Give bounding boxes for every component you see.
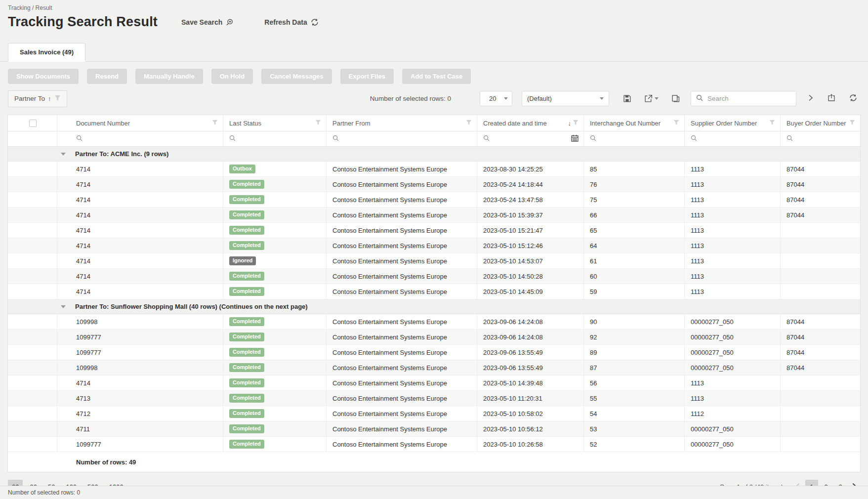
- filter-icon[interactable]: [315, 120, 321, 127]
- table-row[interactable]: 4714CompletedContoso Entertainment Syste…: [8, 192, 860, 208]
- column-filter-input-buyer[interactable]: [781, 131, 860, 146]
- tab-sales-invoice[interactable]: Sales Invoice (49): [8, 43, 85, 62]
- table-row[interactable]: 4714CompletedContoso Entertainment Syste…: [8, 375, 860, 391]
- column-header-status[interactable]: Last Status: [223, 115, 327, 131]
- floppy-disk-icon: [623, 94, 631, 103]
- table-row[interactable]: 4714CompletedContoso Entertainment Syste…: [8, 284, 860, 299]
- search-input[interactable]: [707, 95, 791, 102]
- status-badge: Completed: [229, 226, 264, 235]
- group-row[interactable]: Partner To: Sunflower Shopping Mall (40 …: [8, 299, 860, 314]
- filter-icon[interactable]: [769, 120, 775, 127]
- column-header-icons: [315, 120, 321, 127]
- filter-icon[interactable]: [849, 120, 855, 127]
- table-row[interactable]: 4713CompletedContoso Entertainment Syste…: [8, 391, 860, 406]
- caret-down-icon: [600, 97, 604, 100]
- table-row[interactable]: 1099777CompletedContoso Entertainment Sy…: [8, 437, 860, 452]
- refresh-data-button[interactable]: Refresh Data: [264, 18, 318, 26]
- cell-created: 2023-05-24 14:18:44: [477, 177, 584, 192]
- expand-panel-button[interactable]: [805, 92, 817, 105]
- table-row[interactable]: 1099777CompletedContoso Entertainment Sy…: [8, 330, 860, 345]
- cell-inter: 56: [584, 375, 685, 390]
- column-header-label: Created date and time: [483, 120, 547, 127]
- column-filter-input-inter[interactable]: [584, 131, 685, 146]
- cell-doc: 1099777: [57, 437, 223, 452]
- cell-inter: 52: [584, 437, 685, 452]
- cell-created: 2023-05-24 13:47:58: [477, 192, 584, 207]
- collapse-caret-icon[interactable]: [61, 153, 66, 156]
- column-header-inter[interactable]: Interchange Out Number: [584, 115, 685, 131]
- cell-inter: 87: [584, 360, 685, 375]
- save-view-button[interactable]: [621, 92, 633, 105]
- column-header-label: Buyer Order Number: [786, 120, 846, 127]
- cell-partner: Contoso Entertainment Systems Europe: [327, 192, 477, 207]
- table-row[interactable]: 4714CompletedContoso Entertainment Syste…: [8, 177, 860, 192]
- column-filter-input-created[interactable]: [477, 131, 584, 146]
- toolbar-button-cancel-messages[interactable]: Cancel Messages: [261, 69, 331, 84]
- footer-selected-rows: Number of selected rows: 0: [8, 489, 80, 496]
- toolbar-button-manually-handle[interactable]: Manually Handle: [135, 69, 203, 84]
- save-search-button[interactable]: Save Search: [181, 18, 234, 26]
- cell-status: Completed: [223, 223, 327, 238]
- toolbar-button-export-files[interactable]: Export Files: [340, 69, 394, 84]
- table-row[interactable]: 4712CompletedContoso Entertainment Syste…: [8, 406, 860, 421]
- cell-created: 2023-05-10 14:45:09: [477, 284, 584, 299]
- breadcrumb[interactable]: Tracking / Result: [0, 0, 868, 11]
- status-badge: Completed: [229, 394, 264, 403]
- column-header-supplier[interactable]: Supplier Order Number: [685, 115, 781, 131]
- table-row[interactable]: 4711CompletedContoso Entertainment Syste…: [8, 421, 860, 437]
- cell-created: 2023-08-30 14:25:25: [477, 162, 584, 176]
- layout-select[interactable]: (Default): [522, 91, 609, 106]
- cell-supplier: 1113: [685, 391, 781, 406]
- cell-partner: Contoso Entertainment Systems Europe: [327, 391, 477, 406]
- column-filter-input-supplier[interactable]: [685, 131, 781, 146]
- select-all-checkbox[interactable]: [29, 120, 37, 127]
- filter-icon[interactable]: [673, 120, 679, 127]
- refresh-grid-button[interactable]: [846, 91, 860, 106]
- filter-icon[interactable]: [573, 120, 579, 127]
- cell-buyer: [781, 223, 860, 238]
- table-row[interactable]: 4714CompletedContoso Entertainment Syste…: [8, 269, 860, 284]
- cell-doc: 4714: [57, 238, 223, 253]
- filter-icon: [54, 95, 61, 103]
- filter-icon[interactable]: [212, 120, 218, 127]
- toolbar-button-show-documents[interactable]: Show Documents: [8, 69, 79, 84]
- column-header-icons: [849, 120, 855, 127]
- column-header-partner[interactable]: Partner From: [327, 115, 477, 131]
- page-size-value: 20: [489, 95, 496, 102]
- toolbar-button-add-to-test-case[interactable]: Add to Test Case: [402, 69, 471, 84]
- column-filter-input-doc[interactable]: [57, 131, 223, 146]
- cell-supplier: 1113: [685, 162, 781, 176]
- table-row[interactable]: 4714CompletedContoso Entertainment Syste…: [8, 223, 860, 238]
- open-window-button[interactable]: [825, 91, 838, 106]
- toolbar-button-resend[interactable]: Resend: [87, 69, 127, 84]
- table-row[interactable]: 4714CompletedContoso Entertainment Syste…: [8, 208, 860, 223]
- status-badge: Completed: [229, 409, 264, 418]
- filter-icon[interactable]: [466, 120, 472, 127]
- cell-doc: 4714: [57, 253, 223, 268]
- page-size-select[interactable]: 20: [480, 91, 512, 106]
- cell-supplier: 1113: [685, 238, 781, 253]
- status-badge: Outbox: [229, 165, 255, 173]
- column-filter-input-status[interactable]: [223, 131, 327, 146]
- table-row[interactable]: 4714OutboxContoso Entertainment Systems …: [8, 162, 860, 177]
- export-button[interactable]: [642, 92, 661, 105]
- column-header-created[interactable]: Created date and time↓: [477, 115, 584, 131]
- toolbar-button-on-hold[interactable]: On Hold: [211, 69, 253, 84]
- column-filter-input-partner[interactable]: [327, 131, 477, 146]
- collapse-caret-icon[interactable]: [61, 305, 66, 308]
- table-row[interactable]: 109998CompletedContoso Entertainment Sys…: [8, 360, 860, 375]
- column-header-doc[interactable]: Document Number: [57, 115, 223, 131]
- table-row[interactable]: 4714CompletedContoso Entertainment Syste…: [8, 238, 860, 253]
- group-row[interactable]: Partner To: ACME Inc. (9 rows): [8, 147, 860, 162]
- column-header-buyer[interactable]: Buyer Order Number: [781, 115, 860, 131]
- column-header-icons: [212, 120, 218, 127]
- cell-status: Completed: [223, 437, 327, 452]
- copy-button[interactable]: [669, 92, 682, 105]
- group-by-chip-partner-to[interactable]: Partner To ↑: [8, 90, 67, 107]
- row-checkbox-cell: [8, 360, 57, 375]
- table-row[interactable]: 109998CompletedContoso Entertainment Sys…: [8, 314, 860, 330]
- table-row[interactable]: 1099777CompletedContoso Entertainment Sy…: [8, 345, 860, 360]
- calendar-icon[interactable]: [571, 134, 579, 143]
- table-row[interactable]: 4714IgnoredContoso Entertainment Systems…: [8, 253, 860, 269]
- cell-status: Completed: [223, 421, 327, 436]
